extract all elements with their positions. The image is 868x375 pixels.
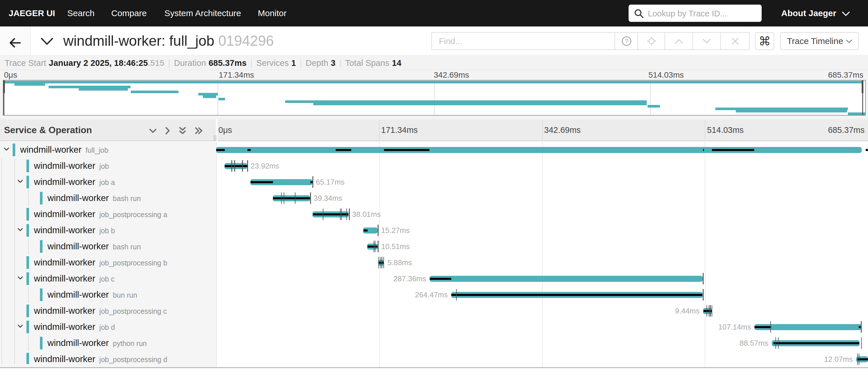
svg-text:?: ? bbox=[625, 38, 628, 44]
